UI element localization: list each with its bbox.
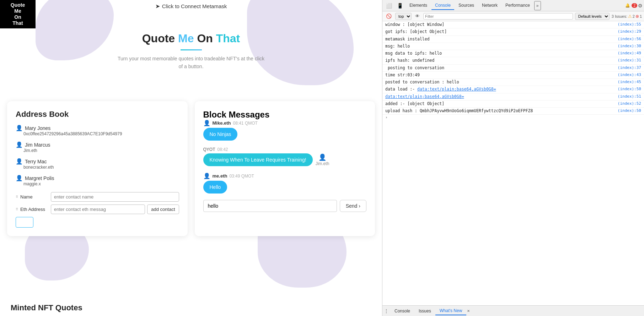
contact-name-label: Mary Jones — [25, 125, 50, 131]
add-contact-button[interactable]: add contact — [147, 205, 179, 214]
console-line-link[interactable]: (index):50 — [618, 86, 641, 92]
console-line-link[interactable]: (index):50 — [618, 108, 641, 114]
issues-warning-icon: ⚠ — [628, 14, 632, 19]
devtools-tabs-bar: ⬜ 📱 Elements Console Sources Network Per… — [382, 0, 644, 11]
console-line: metamask installed (index):56 — [382, 36, 644, 43]
console-line-link[interactable]: (index):31 — [618, 58, 641, 64]
person-icon: 👤 — [16, 141, 23, 148]
bottom-tab-console[interactable]: Console — [390, 307, 414, 315]
context-select[interactable]: top — [395, 13, 412, 20]
whats-new-close-button[interactable]: × — [467, 308, 470, 314]
console-line-link[interactable]: (index):56 — [618, 36, 641, 42]
eth-address-input[interactable] — [51, 205, 145, 214]
tab-network[interactable]: Network — [478, 1, 501, 10]
console-line: posted to conversation : hello (index):4… — [382, 79, 644, 86]
contact-name-label: Terry Mac — [25, 159, 47, 164]
bottom-tab-issues[interactable]: Issues — [414, 307, 435, 315]
levels-select[interactable]: Default levels — [575, 13, 610, 20]
console-line: window : [object Window] (index):55 — [382, 21, 644, 28]
connect-metamask-button[interactable]: ➤ Click to Connect Metamask — [155, 3, 227, 10]
devtools-more-tabs[interactable]: » — [534, 1, 541, 10]
contact-name: 👤 Terry Mac — [16, 158, 179, 165]
console-inline-link[interactable]: data:text/plain;base64,aGVsb0G8= — [385, 94, 464, 99]
console-line-link[interactable]: (index):43 — [618, 72, 641, 78]
hero-subtitle: Turn your most memorable quotes into tra… — [117, 55, 266, 71]
devtools-badge-area: 🔔 2 — [625, 3, 637, 8]
console-line-text: ipfs hash: undefined — [385, 58, 618, 64]
console-line: data load :- data:text/plain;base64,aGVs… — [382, 86, 644, 93]
message-meta: 👤 me.eth 03:49 QMOT — [203, 173, 367, 179]
send-button[interactable]: Send › — [340, 200, 366, 212]
contact-item: 👤 Margret Polis maggie.x — [16, 175, 179, 186]
console-line: posting to conversation (index):37 — [382, 65, 644, 72]
hero-section: Quote Me On That Turn your most memorabl… — [0, 32, 382, 71]
console-line-link[interactable]: (index):29 — [618, 29, 641, 35]
contact-address: bonecracker.eth — [23, 165, 179, 170]
contact-name: 👤 Margret Polis — [16, 175, 179, 181]
contact-name-input[interactable] — [51, 192, 179, 202]
devtools-device-icon[interactable]: 📱 — [395, 1, 405, 10]
address-book-card: Address Book 👤 Mary Jones 0xc0ffee254729… — [7, 101, 188, 236]
name-label: Name — [20, 194, 49, 200]
tab-elements[interactable]: Elements — [406, 1, 431, 10]
console-filter-input[interactable] — [423, 13, 573, 20]
tab-sources[interactable]: Sources — [455, 1, 478, 10]
message-bubble: Hello — [203, 181, 227, 194]
message-bubble: Knowing When To Leave Requires Training! — [203, 153, 313, 166]
console-line-text: posting to conversation — [385, 65, 618, 71]
console-line: got ipfs: [object Object] (index):29 — [382, 28, 644, 36]
person-icon: 👤 — [16, 125, 23, 131]
tab-console[interactable]: Console — [431, 1, 454, 10]
message-bubble: No Ninjas — [203, 128, 238, 141]
contact-name-label: Margret Polis — [25, 175, 54, 181]
badge-icon: 🔔 — [625, 3, 630, 8]
console-line-text: metamask installed — [385, 36, 618, 42]
devtools-settings-icon[interactable]: ⚙ — [638, 3, 643, 9]
avatar-group: 👤 Jim.eth — [316, 153, 329, 166]
eye-icon[interactable]: 👁 — [414, 13, 421, 20]
message-row: 👤 me.eth 03:49 QMOT Hello — [203, 173, 367, 194]
console-line-link[interactable]: (index):49 — [618, 50, 641, 56]
issues-error-icon: ⊗ — [635, 14, 639, 19]
hero-divider — [181, 49, 202, 50]
console-line: time str:03:49 (index):43 — [382, 72, 644, 79]
console-line-link[interactable]: (index):45 — [618, 79, 641, 85]
sender-avatar-icon: 👤 — [203, 173, 210, 179]
devtools-inspect-icon[interactable]: ⬜ — [384, 1, 394, 10]
avatar-icon: 👤 — [318, 153, 326, 161]
message-time: 08:42 — [218, 147, 228, 152]
connect-btn-label: Click to Connect Metamask — [162, 3, 227, 9]
send-row: Send › — [203, 200, 367, 212]
console-line-link[interactable]: (index):52 — [618, 101, 641, 107]
message-time: 08:41 QMOT — [233, 121, 258, 126]
contact-item: 👤 Jim Marcus Jim.eth — [16, 141, 179, 153]
bottom-tab-whats-new[interactable]: What's New — [435, 307, 467, 315]
block-messages-card: Block Messages 👤 Mike.eth 08:41 QMOT No … — [195, 101, 375, 236]
send-label: Send — [346, 203, 358, 209]
devtools-panel: ⬜ 📱 Elements Console Sources Network Per… — [382, 0, 644, 316]
avatar-label: Jim.eth — [316, 161, 329, 166]
console-line-link[interactable]: (index):55 — [618, 22, 641, 28]
message-time: 03:49 QMOT — [229, 174, 254, 179]
message-row: QYOT 08:42 Knowing When To Leave Require… — [203, 147, 367, 166]
tab-performance[interactable]: Performance — [502, 1, 533, 10]
devtools-bottom-more-icon[interactable]: ⋮ — [384, 308, 389, 314]
cards-container: Address Book 👤 Mary Jones 0xc0ffee254729… — [7, 101, 375, 236]
contact-form: ⠿ Name ⠿ Eth Address add contact — [16, 192, 179, 228]
console-line-link[interactable]: (index):51 — [618, 94, 641, 100]
contact-name-label: Jim Marcus — [25, 142, 50, 148]
address-book-title: Address Book — [16, 110, 179, 119]
console-inline-link[interactable]: data:text/plain;base64,aGVsb0G8= — [417, 87, 496, 92]
sender-label: QYOT — [203, 147, 215, 152]
console-output: window : [object Window] (index):55 got … — [382, 21, 644, 305]
console-line-text: msg data to ipfs: hello — [385, 50, 618, 56]
console-toolbar: 🚫 top 👁 Default levels 3 Issues: ⚠ 2 ⊗ 1 — [382, 11, 644, 21]
console-line-text: posted to conversation : hello — [385, 79, 618, 85]
message-input[interactable] — [203, 200, 337, 212]
contact-address: maggie.x — [23, 181, 179, 186]
contact-name: 👤 Jim Marcus — [16, 141, 179, 148]
console-line-link[interactable]: (index):30 — [618, 43, 641, 49]
clear-console-button[interactable]: 🚫 — [385, 13, 393, 20]
console-line-link[interactable]: (index):37 — [618, 65, 641, 71]
connect-arrow-icon: ➤ — [155, 3, 160, 10]
